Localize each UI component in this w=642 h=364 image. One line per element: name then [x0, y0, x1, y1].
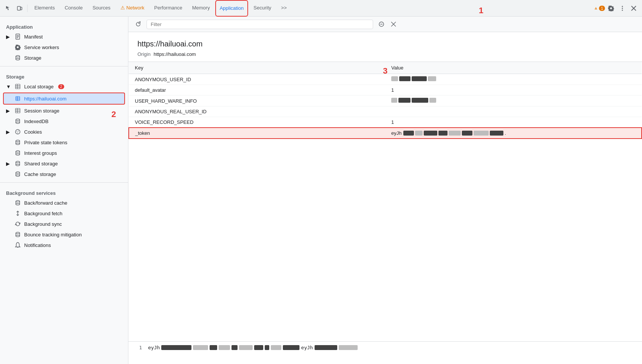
sidebar-item-manifest[interactable]: ▶ Manifest	[0, 31, 128, 42]
sidebar-item-label: Session storage	[24, 108, 59, 114]
sidebar-item-session-storage[interactable]: ▶ Session storage	[0, 105, 128, 116]
sidebar-item-shared-storage[interactable]: ▶ Shared storage	[0, 158, 128, 169]
sidebar-item-hailuoai[interactable]: https://hailuoai.com	[3, 93, 125, 105]
tab-security[interactable]: Security	[249, 0, 276, 17]
settings-icon[interactable]	[606, 3, 616, 14]
value-cell: 1	[385, 85, 642, 96]
content-area: https://hailuoai.com Origin https://hail…	[128, 17, 642, 364]
svg-point-49	[16, 172, 20, 173]
svg-point-52	[16, 175, 20, 176]
cylinder-icon-bfc	[14, 199, 21, 206]
sidebar-item-label: Bounce tracking mitigation	[24, 232, 82, 238]
svg-rect-21	[16, 97, 20, 101]
svg-point-37	[16, 140, 20, 142]
line-content: eyJh eyJh	[148, 345, 358, 350]
sidebar-item-cookies[interactable]: ▶ Cookies	[0, 126, 128, 137]
redact-block	[398, 98, 411, 103]
value-cell: 1	[385, 117, 642, 128]
tab-performance[interactable]: Performance	[150, 0, 187, 17]
sidebar-item-label: Shared storage	[24, 161, 58, 167]
tab-console[interactable]: Console	[60, 0, 87, 17]
sidebar-item-background-fetch[interactable]: ▶ Background fetch	[0, 208, 128, 219]
sidebar-item-background-sync[interactable]: ▶ Background sync	[0, 219, 128, 229]
page-url-title: https://hailuoai.com	[137, 40, 633, 48]
refresh-button[interactable]	[133, 19, 144, 29]
tab-sources[interactable]: Sources	[88, 0, 115, 17]
redacted-value: eyJh .	[391, 130, 506, 136]
close-icon[interactable]	[628, 3, 639, 14]
redact-block	[391, 76, 398, 81]
tab-more[interactable]: >>	[276, 0, 291, 17]
redact-block	[424, 131, 437, 136]
sidebar-item-storage-top[interactable]: ▶ Storage	[0, 52, 128, 63]
tab-memory[interactable]: Memory	[188, 0, 215, 17]
expand-chevron-cookies: ▶	[6, 129, 11, 135]
main-layout: Application ▶ Manifest ▶ Servi	[0, 17, 642, 364]
redact-block	[429, 98, 436, 103]
select-element-icon[interactable]	[3, 3, 14, 14]
value-cell	[385, 106, 642, 117]
redact-block	[239, 345, 253, 350]
svg-point-34	[17, 131, 17, 132]
value-cell	[385, 96, 642, 106]
cylinder-icon-ss	[14, 160, 21, 167]
redact-block	[412, 98, 428, 103]
sidebar-item-cache-storage[interactable]: ▶ Cache storage	[0, 169, 128, 179]
redact-block	[339, 345, 358, 350]
value-cell	[385, 74, 642, 85]
tab-network[interactable]: ⚠ Network	[116, 0, 149, 17]
storage-section-header: Storage	[0, 69, 128, 81]
sidebar-item-service-workers[interactable]: ▶ Service workers	[0, 42, 128, 52]
svg-rect-25	[15, 108, 20, 113]
sidebar-item-private-state-tokens[interactable]: ▶ Private state tokens	[0, 137, 128, 148]
main-content: https://hailuoai.com Origin https://hail…	[128, 32, 642, 341]
origin-value: https://hailuoai.com	[154, 51, 196, 57]
svg-point-44	[16, 154, 20, 155]
sidebar-item-local-storage[interactable]: ▼ Local storage 2	[0, 81, 128, 92]
table-row[interactable]: default_avatar 1	[129, 85, 642, 96]
svg-point-35	[18, 131, 19, 131]
storage-table: Key Value ANONYMOUS_USER_ID	[128, 62, 642, 139]
cylinder-icon-cache	[14, 171, 21, 177]
svg-rect-2	[596, 8, 596, 9]
redact-block	[412, 76, 427, 81]
svg-point-53	[16, 201, 20, 202]
sidebar-item-back-forward-cache[interactable]: ▶ Back/forward cache	[0, 197, 128, 208]
svg-point-45	[16, 161, 20, 163]
more-options-icon[interactable]	[617, 3, 628, 14]
sidebar-item-label: Service workers	[24, 45, 59, 50]
filter-clear-btn[interactable]	[376, 19, 387, 29]
redact-block	[315, 345, 337, 350]
sidebar-item-label: Background sync	[24, 221, 62, 227]
tab-application[interactable]: Application	[215, 0, 248, 17]
application-section-header: Application	[0, 20, 128, 31]
issues-icon[interactable]: 1	[594, 3, 605, 14]
sidebar-item-label: Local storage	[24, 84, 54, 89]
cylinder-icon	[14, 54, 21, 61]
sidebar-item-interest-groups[interactable]: ▶ Interest groups	[0, 148, 128, 158]
tab-elements[interactable]: Elements	[30, 0, 59, 17]
expand-chevron: ▼	[6, 84, 11, 89]
preview-pane: 1 eyJh eyJh	[128, 341, 642, 364]
filter-cancel-btn[interactable]	[388, 19, 399, 29]
svg-point-40	[16, 143, 20, 145]
filter-bar	[128, 17, 642, 32]
sidebar-item-label: Cookies	[24, 129, 42, 135]
table-row[interactable]: USER_HARD_WARE_INFO	[129, 96, 642, 106]
sidebar-item-notifications[interactable]: ▶ Notifications	[0, 240, 128, 250]
sidebar-item-indexeddb[interactable]: ▶ IndexedDB	[0, 116, 128, 126]
svg-point-13	[16, 56, 20, 57]
table-row-token[interactable]: _token eyJh	[129, 128, 642, 139]
redacted-value	[391, 98, 436, 103]
filter-input[interactable]	[147, 20, 373, 29]
sidebar: Application ▶ Manifest ▶ Servi	[0, 17, 128, 364]
table-row[interactable]: ANONYMOUS_USER_ID	[129, 74, 642, 85]
redact-block	[428, 76, 436, 81]
table-row[interactable]: VOICE_RECORD_SPEED 1	[129, 117, 642, 128]
sidebar-item-bounce-tracking[interactable]: ▶ Bounce tracking mitigation	[0, 229, 128, 240]
svg-point-4	[622, 6, 623, 7]
redact-block	[210, 345, 217, 350]
table-row[interactable]: ANONYMOUS_REAL_USER_ID	[129, 106, 642, 117]
sidebar-item-label: Interest groups	[24, 150, 57, 156]
device-toolbar-icon[interactable]	[14, 3, 25, 14]
